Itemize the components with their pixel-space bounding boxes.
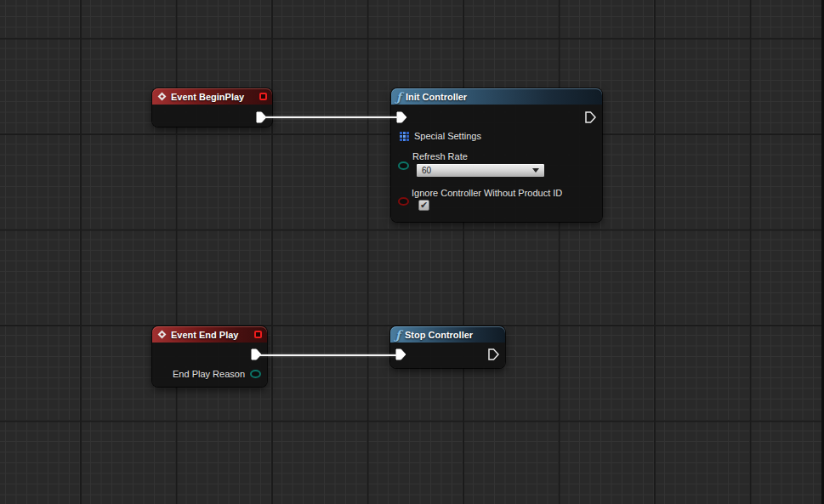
node-header: ƒ Init Controller (391, 88, 602, 105)
node-header: Event End Play (152, 326, 267, 343)
refresh-rate-enum-pin[interactable] (398, 161, 409, 170)
exec-output-pin[interactable] (585, 111, 596, 123)
blueprint-graph-canvas[interactable]: { "icons": { "function_glyph": "ƒ", "che… (0, 0, 824, 504)
event-diamond-icon (158, 93, 167, 101)
node-event-end-play[interactable]: Event End Play End Play Reason (152, 326, 267, 387)
exec-wire-beginplay-to-initcontroller[interactable] (263, 116, 398, 118)
checkbox-check-icon: ✔ (420, 201, 428, 210)
ignore-controller-label: Ignore Controller Without Product ID (412, 188, 562, 198)
node-init-controller[interactable]: ƒ Init Controller Special Settings Refre… (391, 88, 602, 222)
function-icon: ƒ (395, 329, 401, 341)
node-header: Event BeginPlay (152, 88, 272, 105)
node-stop-controller[interactable]: ƒ Stop Controller (390, 326, 505, 368)
special-settings-label: Special Settings (414, 131, 481, 141)
event-bind-icon (259, 93, 267, 100)
node-header: ƒ Stop Controller (390, 326, 505, 343)
node-title: Event End Play (171, 330, 238, 340)
refresh-rate-value: 60 (422, 166, 431, 175)
node-event-begin-play[interactable]: Event BeginPlay (152, 88, 272, 127)
refresh-rate-label: Refresh Rate (412, 151, 468, 161)
event-diamond-icon (158, 331, 167, 339)
event-bind-icon (254, 331, 262, 338)
end-play-reason-row: End Play Reason (173, 369, 261, 379)
function-icon: ƒ (396, 91, 401, 103)
end-play-reason-enum-pin[interactable] (250, 370, 261, 378)
special-settings-row: Special Settings (400, 131, 481, 141)
exec-output-pin[interactable] (488, 348, 499, 360)
exec-wire-endplay-to-stopcontroller[interactable] (258, 354, 397, 356)
end-play-reason-label: End Play Reason (173, 369, 245, 379)
node-title: Event BeginPlay (171, 92, 244, 102)
refresh-rate-dropdown[interactable]: 60 (416, 163, 545, 178)
node-title: Init Controller (406, 92, 467, 102)
node-title: Stop Controller (405, 330, 473, 340)
dropdown-arrow-icon (532, 168, 539, 173)
struct-pin-icon[interactable] (400, 132, 409, 141)
ignore-controller-checkbox[interactable]: ✔ (418, 200, 429, 211)
ignore-controller-bool-pin[interactable] (398, 197, 409, 206)
